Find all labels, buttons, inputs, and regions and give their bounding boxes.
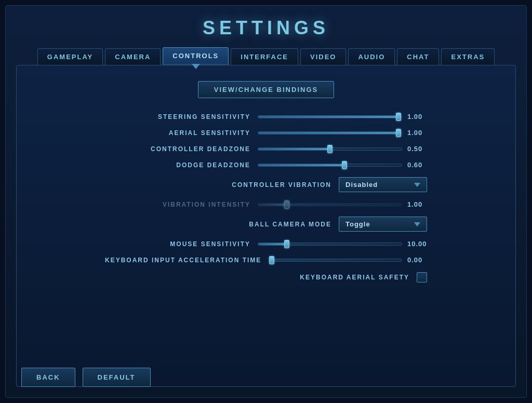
slider-value-vibration-intensity: 1.00 <box>407 200 427 208</box>
tab-extras[interactable]: EXTRAS <box>441 48 495 65</box>
slider-thumb-dodge-dz[interactable] <box>342 161 347 169</box>
setting-row-dodge-deadzone: DODGE DEADZONE 0.60 <box>105 161 427 169</box>
tab-audio[interactable]: AUDIO <box>348 48 395 65</box>
slider-thumb-aerial[interactable] <box>396 129 401 137</box>
setting-label-controller-vibration: CONTROLLER VIBRATION <box>186 181 331 189</box>
tab-gameplay[interactable]: GAMEPLAY <box>37 48 103 65</box>
slider-thumb-keyboard-accel[interactable] <box>269 256 274 264</box>
slider-thumb-vibration-intensity[interactable] <box>284 200 289 209</box>
slider-track-controller-dz[interactable] <box>258 147 402 151</box>
setting-label-ball-camera-mode: BALL CAMERA MODE <box>186 221 331 228</box>
dropdown-arrow-vibration <box>414 183 420 187</box>
dropdown-arrow-ball-camera <box>414 222 420 226</box>
back-button[interactable]: BACK <box>21 368 75 387</box>
slider-fill-vibration-intensity <box>258 204 287 206</box>
setting-row-keyboard-accel: KEYBOARD INPUT ACCELERATION TIME 0.00 <box>105 256 427 264</box>
dropdown-controller-vibration[interactable]: Disabled <box>339 177 427 192</box>
tab-controls[interactable]: CONTROLS <box>163 47 229 65</box>
checkbox-keyboard-aerial-safety[interactable] <box>417 272 427 283</box>
setting-row-vibration-intensity: VIBRATION INTENSITY 1.00 <box>105 200 427 208</box>
setting-label-keyboard-accel: KEYBOARD INPUT ACCELERATION TIME <box>105 257 261 264</box>
bottom-bar: BACK DEFAULT <box>21 368 151 387</box>
tab-active-arrow <box>192 64 200 69</box>
slider-thumb-mouse[interactable] <box>284 240 289 248</box>
setting-label-vibration-intensity: VIBRATION INTENSITY <box>105 201 250 208</box>
setting-row-mouse-sensitivity: MOUSE SENSITIVITY 10.00 <box>105 240 427 248</box>
slider-value-mouse: 10.00 <box>407 240 427 248</box>
setting-row-controller-vibration: CONTROLLER VIBRATION Disabled <box>105 177 427 192</box>
slider-vibration-intensity[interactable]: 1.00 <box>258 200 427 208</box>
slider-value-steering: 1.00 <box>407 113 427 120</box>
slider-fill-steering <box>258 116 398 118</box>
slider-mouse-sensitivity[interactable]: 10.00 <box>258 240 427 248</box>
slider-thumb-controller-dz[interactable] <box>327 145 332 153</box>
setting-row-controller-deadzone: CONTROLLER DEADZONE 0.50 <box>105 145 427 153</box>
slider-fill-dodge-dz <box>258 164 344 166</box>
slider-controller-deadzone[interactable]: 0.50 <box>258 145 427 153</box>
slider-track-dodge-dz[interactable] <box>258 164 402 167</box>
setting-row-steering-sensitivity: STEERING SENSITIVITY 1.00 <box>105 113 427 120</box>
tab-interface[interactable]: INTERFACE <box>231 48 298 65</box>
slider-dodge-deadzone[interactable]: 0.60 <box>258 161 427 169</box>
slider-value-controller-dz: 0.50 <box>407 145 427 153</box>
setting-label-aerial-sensitivity: AERIAL SENSITIVITY <box>105 129 250 137</box>
outer-frame: SETTINGS GAMEPLAY CAMERA CONTROLS INTERF… <box>5 5 527 398</box>
setting-row-keyboard-aerial-safety: KEYBOARD AERIAL SAFETY <box>105 272 427 283</box>
setting-label-controller-deadzone: CONTROLLER DEADZONE <box>105 145 250 153</box>
slider-keyboard-accel[interactable]: 0.00 <box>269 256 427 264</box>
setting-label-steering-sensitivity: STEERING SENSITIVITY <box>105 113 250 120</box>
slider-fill-controller-dz <box>258 148 330 150</box>
slider-thumb-steering[interactable] <box>396 113 401 121</box>
settings-grid: STEERING SENSITIVITY 1.00 AERIAL SENSITI… <box>105 113 427 291</box>
slider-value-aerial: 1.00 <box>407 129 427 137</box>
slider-fill-mouse <box>258 243 287 245</box>
slider-track-keyboard-accel[interactable] <box>269 259 402 262</box>
default-button[interactable]: DEFAULT <box>83 368 151 387</box>
slider-value-keyboard-accel: 0.00 <box>407 256 427 264</box>
dropdown-ball-camera-mode[interactable]: Toggle <box>339 217 427 232</box>
slider-fill-aerial <box>258 132 398 134</box>
slider-track-steering[interactable] <box>258 115 402 118</box>
tab-chat[interactable]: CHAT <box>397 48 439 65</box>
tab-camera[interactable]: CAMERA <box>105 48 161 65</box>
setting-label-keyboard-aerial-safety: KEYBOARD AERIAL SAFETY <box>264 274 409 281</box>
slider-value-dodge-dz: 0.60 <box>407 161 427 169</box>
page-title: SETTINGS <box>203 6 329 47</box>
slider-track-mouse[interactable] <box>258 243 402 246</box>
checkbox-container-keyboard-aerial <box>417 272 427 283</box>
bindings-button[interactable]: VIEW/CHANGE BINDINGS <box>198 81 334 98</box>
setting-row-ball-camera-mode: BALL CAMERA MODE Toggle <box>105 217 427 232</box>
slider-track-aerial[interactable] <box>258 131 402 135</box>
slider-steering-sensitivity[interactable]: 1.00 <box>258 113 427 120</box>
content-panel: VIEW/CHANGE BINDINGS STEERING SENSITIVIT… <box>16 65 516 387</box>
tabs-row: GAMEPLAY CAMERA CONTROLS INTERFACE VIDEO… <box>36 47 496 65</box>
setting-row-aerial-sensitivity: AERIAL SENSITIVITY 1.00 <box>105 129 427 137</box>
tab-video[interactable]: VIDEO <box>300 48 346 65</box>
setting-label-mouse-sensitivity: MOUSE SENSITIVITY <box>105 240 250 248</box>
setting-label-dodge-deadzone: DODGE DEADZONE <box>105 162 250 169</box>
slider-track-vibration-intensity[interactable] <box>258 203 402 206</box>
slider-aerial-sensitivity[interactable]: 1.00 <box>258 129 427 137</box>
